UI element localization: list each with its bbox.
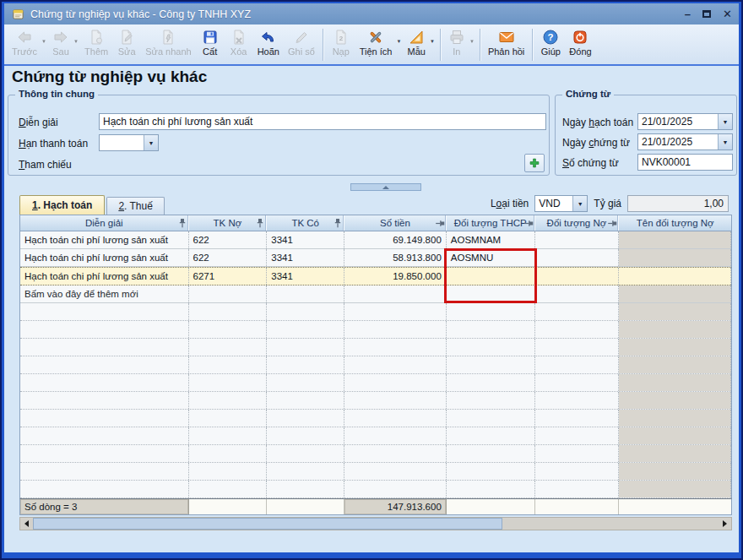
chevron-down-icon[interactable]: ▼ <box>718 114 732 129</box>
column-header-doi-tuong-no[interactable]: Đối tượng Nợ <box>535 215 620 231</box>
ngay-hach-toan-datepicker[interactable]: 21/01/2025 ▼ <box>637 113 733 130</box>
toolbar-button-label: Cất <box>203 46 217 57</box>
dien-giai-input[interactable] <box>99 113 546 130</box>
cell-dien-giai[interactable]: Hạch toán chi phí lương sản xuất <box>20 268 189 285</box>
cell-ten-doi-tuong-no[interactable] <box>619 268 731 285</box>
minimize-button[interactable]: – <box>685 8 691 19</box>
column-header-dien-giai[interactable]: Diễn giải <box>20 215 189 231</box>
cell-so-tien[interactable]: 69.149.800 <box>344 231 447 248</box>
grid-footer-row: Số dòng = 3 147.913.600 <box>19 498 732 515</box>
scroll-right-button[interactable] <box>719 518 731 530</box>
toolbar-button-sau[interactable]: Sau▼ <box>48 27 80 57</box>
arrow-left-icon <box>16 28 33 46</box>
cell-tk-no[interactable]: 622 <box>189 231 268 248</box>
chevron-down-icon[interactable]: ▼ <box>430 39 435 44</box>
cell-doi-tuong-thcp[interactable]: AOSMNU <box>447 249 535 266</box>
cell-tk-co[interactable]: 3341 <box>267 268 344 285</box>
toolbar-button-in[interactable]: In▼ <box>444 27 476 57</box>
toolbar-button-mau[interactable]: Mẫu▼ <box>403 27 436 57</box>
toolbar-button-label: Sau <box>52 46 69 57</box>
scroll-left-button[interactable] <box>20 518 33 530</box>
cell-dien-giai[interactable]: Hạch toán chi phí lương sản xuất <box>20 231 189 248</box>
pin-icon[interactable] <box>523 220 533 227</box>
tab-hach-toan[interactable]: 1. Hạch toán <box>19 195 105 215</box>
toolbar-button-sua[interactable]: Sửa <box>112 27 141 57</box>
save-icon <box>202 28 219 46</box>
toolbar-button-hoan[interactable]: Hoãn <box>253 27 284 57</box>
cell-ten-doi-tuong-no[interactable] <box>619 249 731 266</box>
close-button[interactable]: ✕ <box>723 8 732 19</box>
pin-icon[interactable] <box>179 219 186 228</box>
cell-tk-no[interactable]: 622 <box>189 249 268 266</box>
horizontal-scrollbar[interactable] <box>19 517 732 530</box>
scrollbar-thumb[interactable] <box>33 518 502 530</box>
chevron-down-icon[interactable]: ▼ <box>144 135 158 150</box>
cell-doi-tuong-thcp[interactable]: AOSMNAM <box>447 231 535 248</box>
toolbar-button-ghi-so[interactable]: Ghi sổ <box>284 27 319 57</box>
plus-icon <box>529 157 540 169</box>
refresh-doc-icon: 2 <box>333 28 350 46</box>
tab-strip: 1. Hạch toán 2. Thuế Loại tiền VND ▼ Tỷ … <box>19 193 729 215</box>
add-new-row[interactable]: Bấm vào đây để thêm mới <box>20 285 731 303</box>
pin-icon[interactable] <box>257 219 263 228</box>
toolbar-button-label: Thêm <box>84 46 108 57</box>
column-header-doi-tuong-thcp[interactable]: Đối tượng THCP <box>447 215 535 231</box>
toolbar-button-label: Xóa <box>230 46 247 57</box>
column-header-so-tien[interactable]: Số tiền <box>344 215 447 231</box>
table-row[interactable]: Hạch toán chi phí lương sản xuất 622 334… <box>20 231 731 249</box>
column-header-tk-co[interactable]: TK Có <box>267 215 344 231</box>
toolbar-separator <box>532 29 533 61</box>
cell-doi-tuong-thcp[interactable] <box>447 268 535 285</box>
so-chung-tu-input[interactable] <box>637 154 733 171</box>
ngay-chung-tu-datepicker[interactable]: 21/01/2025 ▼ <box>637 133 733 150</box>
pencil-icon <box>293 28 310 46</box>
pin-icon[interactable] <box>608 220 617 227</box>
cell-doi-tuong-no[interactable] <box>535 231 620 248</box>
toolbar-button-sua-nhanh[interactable]: Sửa nhanh <box>141 27 195 57</box>
maximize-button[interactable] <box>702 10 711 18</box>
empty-row <box>20 339 731 356</box>
chevron-down-icon[interactable]: ▼ <box>718 134 732 150</box>
toolbar-button-dong[interactable]: Đóng <box>565 27 595 57</box>
table-row[interactable]: Hạch toán chi phí lương sản xuất 622 334… <box>20 249 731 267</box>
splitter-handle[interactable] <box>350 183 421 191</box>
toolbar-button-phan-hoi[interactable]: Phản hồi <box>484 27 529 57</box>
doc-new-icon <box>88 28 105 46</box>
cell-so-tien[interactable]: 58.913.800 <box>344 249 447 266</box>
chevron-down-icon[interactable]: ▼ <box>572 196 587 211</box>
cell-doi-tuong-no[interactable] <box>535 268 620 285</box>
han-thanh-toan-select[interactable]: ▼ <box>99 134 159 151</box>
toolbar-button-giup[interactable]: ?Giúp <box>536 27 565 57</box>
collapse-arrow-icon <box>382 186 389 189</box>
cell-tk-no[interactable]: 6271 <box>189 268 268 285</box>
add-new-row-label[interactable]: Bấm vào đây để thêm mới <box>20 285 189 302</box>
toolbar-button-xoa[interactable]: Xóa <box>225 27 253 57</box>
toolbar-button-truoc[interactable]: Trước▼ <box>8 27 48 57</box>
chevron-down-icon[interactable]: ▼ <box>397 39 402 44</box>
add-reference-button[interactable] <box>524 154 545 172</box>
toolbar-button-tien-ich[interactable]: Tiện ích▼ <box>355 27 404 57</box>
tab-thue[interactable]: 2. Thuế <box>106 197 165 215</box>
cell-so-tien[interactable]: 19.850.000 <box>344 268 447 285</box>
toolbar-button-nap[interactable]: 2Nạp <box>327 27 355 57</box>
cell-ten-doi-tuong-no[interactable] <box>619 231 731 248</box>
cell-tk-co[interactable]: 3341 <box>267 249 344 266</box>
chevron-down-icon[interactable]: ▼ <box>469 39 475 44</box>
cell-doi-tuong-no[interactable] <box>535 249 620 266</box>
column-header-tk-no[interactable]: TK Nợ <box>189 215 268 231</box>
toolbar-button-them[interactable]: Thêm <box>80 27 112 57</box>
toolbar-button-label: Nạp <box>333 46 350 57</box>
table-row-selected[interactable]: Hạch toán chi phí lương sản xuất 6271 33… <box>20 267 731 285</box>
cell-dien-giai[interactable]: Hạch toán chi phí lương sản xuất <box>20 249 189 266</box>
chevron-down-icon[interactable]: ▼ <box>73 39 79 44</box>
currency-select[interactable]: VND ▼ <box>534 195 588 212</box>
toolbar-button-cat[interactable]: Cất <box>196 27 225 57</box>
toolbar-separator <box>440 29 441 61</box>
column-header-ten-doi-tuong-no[interactable]: Tên đối tượng Nợ <box>619 215 731 231</box>
app-window: Chứng từ nghiệp vụ khác - Công ty TNHH X… <box>0 0 743 560</box>
pin-icon[interactable] <box>435 220 444 227</box>
cell-tk-co[interactable]: 3341 <box>267 231 344 248</box>
pin-icon[interactable] <box>334 219 341 228</box>
chevron-down-icon[interactable]: ▼ <box>41 39 46 44</box>
empty-row <box>20 481 731 498</box>
